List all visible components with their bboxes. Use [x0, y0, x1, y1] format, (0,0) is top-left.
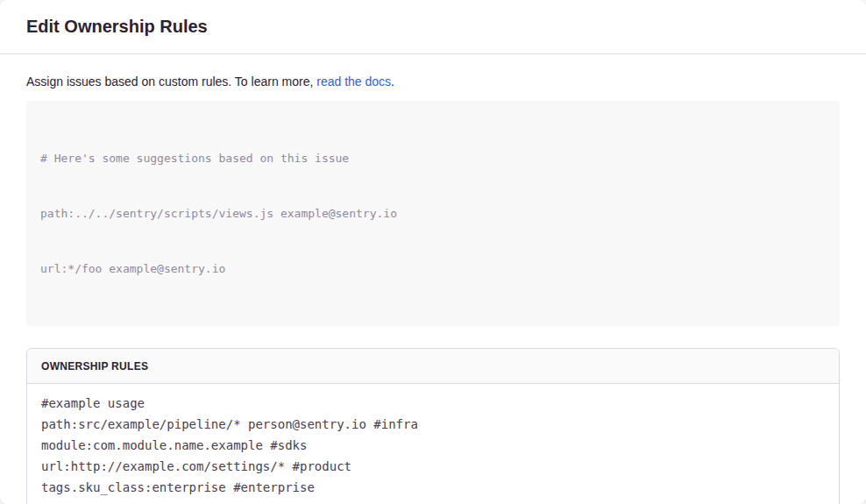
- intro-text-before-link: Assign issues based on custom rules. To …: [26, 75, 316, 89]
- suggestion-line: url:*/foo example@sentry.io: [40, 259, 826, 278]
- ownership-rules-panel-title: OWNERSHIP RULES: [41, 360, 148, 373]
- modal-header: Edit Ownership Rules: [0, 0, 866, 54]
- intro-text: Assign issues based on custom rules. To …: [26, 75, 840, 89]
- suggestion-line: path:../../sentry/scripts/views.js examp…: [40, 204, 826, 223]
- ownership-rules-textarea[interactable]: #example usage path:src/example/pipeline…: [27, 384, 839, 504]
- suggestion-line: # Here's some suggestions based on this …: [40, 149, 826, 167]
- ownership-rules-panel: OWNERSHIP RULES #example usage path:src/…: [26, 348, 840, 504]
- intro-text-after-link: .: [391, 75, 394, 89]
- modal-title: Edit Ownership Rules: [26, 17, 208, 37]
- modal-body: Assign issues based on custom rules. To …: [0, 54, 866, 504]
- read-the-docs-link[interactable]: read the docs: [316, 75, 391, 89]
- edit-ownership-rules-modal: Edit Ownership Rules Assign issues based…: [0, 0, 866, 504]
- ownership-rules-panel-header: OWNERSHIP RULES: [27, 349, 839, 384]
- suggestions-block: # Here's some suggestions based on this …: [26, 101, 840, 326]
